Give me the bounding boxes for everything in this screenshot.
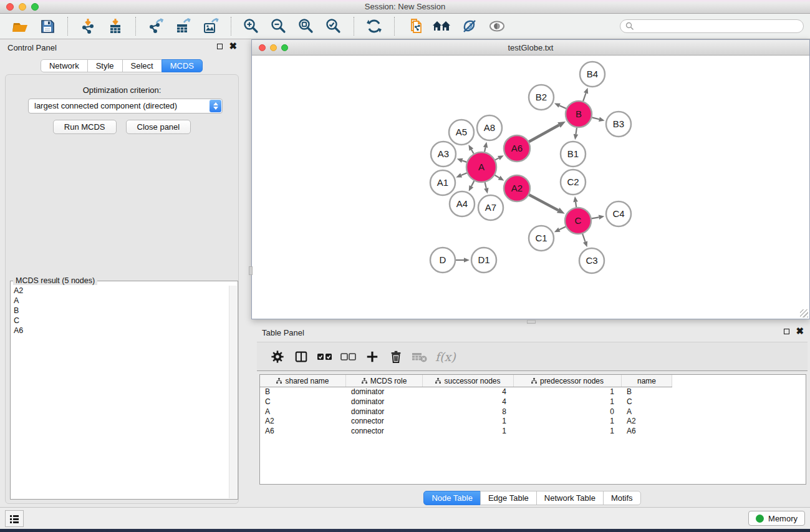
graph-edge-C-C1[interactable]	[559, 226, 566, 230]
graph-edge-A2-C[interactable]	[529, 195, 558, 210]
float-panel-icon[interactable]	[784, 329, 789, 334]
zoom-out-button[interactable]	[268, 16, 289, 37]
graph-node-C2[interactable]: C2	[561, 170, 586, 195]
zoom-window-button[interactable]	[31, 3, 39, 11]
export-image-button[interactable]	[200, 16, 221, 37]
mcds-result-item[interactable]: A6	[11, 326, 228, 336]
column-header-successor-nodes[interactable]: successor nodes	[423, 375, 514, 387]
mcds-result-item[interactable]: B	[11, 306, 228, 316]
graph-node-A2[interactable]: A2	[504, 175, 530, 201]
search-field[interactable]	[620, 19, 804, 33]
show-panels-button[interactable]	[5, 510, 24, 527]
graph-node-B3[interactable]: B3	[606, 112, 631, 137]
graph-node-A[interactable]: A	[466, 152, 496, 182]
tab-select[interactable]: Select	[122, 59, 162, 72]
table-row[interactable]: A6connector11A6	[260, 427, 672, 437]
zoom-selected-button[interactable]	[323, 16, 344, 37]
close-panel-icon[interactable]: ✖	[229, 42, 237, 50]
graph-edge-A-A3[interactable]	[462, 160, 466, 162]
column-header-shared-name[interactable]: shared name	[260, 375, 346, 387]
graph-node-A4[interactable]: A4	[450, 191, 475, 216]
show-all-columns-button[interactable]	[315, 347, 335, 367]
function-builder-button[interactable]: f(x)	[435, 350, 456, 364]
close-panel-icon[interactable]: ✖	[796, 327, 804, 335]
tab-network[interactable]: Network	[41, 59, 88, 72]
minimize-network-window-button[interactable]	[270, 44, 277, 51]
mcds-result-item[interactable]: A	[11, 296, 228, 306]
zoom-network-window-button[interactable]	[281, 44, 288, 51]
refresh-button[interactable]	[364, 16, 385, 37]
graph-node-D1[interactable]: D1	[471, 248, 496, 273]
graph-node-B2[interactable]: B2	[529, 85, 554, 110]
column-header-MCDS-role[interactable]: MCDS role	[346, 375, 423, 387]
table-row[interactable]: A2connector11A2	[260, 417, 672, 427]
zoom-in-button[interactable]	[241, 16, 262, 37]
graph-node-C[interactable]: C	[565, 208, 591, 234]
graph-node-A8[interactable]: A8	[477, 115, 502, 140]
table-row[interactable]: Bdominator41B	[260, 387, 672, 397]
hide-all-columns-button[interactable]	[339, 347, 359, 367]
mcds-list-scrollbar[interactable]	[229, 286, 237, 498]
resize-grip-icon[interactable]	[800, 309, 808, 317]
graph-edge-A-A7[interactable]	[485, 182, 486, 188]
criterion-select[interactable]: largest connected component (directed)	[28, 99, 223, 114]
tab-edge-table[interactable]: Edge Table	[480, 491, 537, 505]
graph-edge-A-A2[interactable]	[494, 175, 499, 178]
mcds-result-item[interactable]: A2	[11, 286, 228, 296]
graph-edge-A6-B[interactable]	[529, 125, 559, 142]
graph-edge-C-C2[interactable]	[576, 202, 576, 207]
close-panel-button[interactable]: Close panel	[126, 120, 191, 134]
tab-style[interactable]: Style	[87, 59, 123, 72]
graph-edge-A-A8[interactable]	[485, 147, 485, 152]
splitter-grip[interactable]	[249, 266, 253, 275]
tab-node-table[interactable]: Node Table	[423, 491, 481, 505]
delete-column-button[interactable]	[386, 347, 406, 367]
graph-edge-A-A6[interactable]	[495, 158, 499, 160]
table-settings-button[interactable]	[268, 347, 287, 367]
tab-motifs[interactable]: Motifs	[603, 491, 641, 505]
float-panel-icon[interactable]	[217, 44, 223, 49]
network-window-titlebar[interactable]: testGlobe.txt	[252, 40, 809, 56]
open-session-button[interactable]	[9, 16, 31, 37]
save-session-button[interactable]	[37, 16, 58, 37]
graph-edge-B-B3[interactable]	[592, 117, 599, 119]
graph-edge-B-B2[interactable]	[559, 105, 566, 109]
column-header-predecessor-nodes[interactable]: predecessor nodes	[514, 375, 622, 387]
splitter-grip[interactable]	[527, 320, 536, 324]
network-canvas[interactable]: AA1A2A3A4A5A6A7A8BB1B2B3B4CC1C2C3C4DD1	[252, 56, 809, 319]
search-input[interactable]	[634, 21, 803, 32]
graph-node-D[interactable]: D	[430, 248, 455, 273]
graph-edge-A-A5[interactable]	[471, 150, 474, 154]
graph-node-A3[interactable]: A3	[431, 142, 456, 167]
home-button[interactable]	[432, 16, 453, 37]
graph-edge-C-C3[interactable]	[582, 234, 585, 242]
create-column-button[interactable]	[362, 347, 382, 367]
split-panel-button[interactable]	[291, 347, 311, 367]
graph-node-A5[interactable]: A5	[449, 120, 474, 145]
export-table-button[interactable]	[173, 16, 194, 37]
import-network-button[interactable]	[77, 16, 99, 37]
tab-network-table[interactable]: Network Table	[536, 491, 604, 505]
graph-edge-B-B4[interactable]	[583, 93, 586, 101]
tab-mcds[interactable]: MCDS	[162, 59, 203, 72]
zoom-fit-button[interactable]	[296, 16, 317, 37]
close-network-window-button[interactable]	[259, 44, 266, 51]
graph-node-C1[interactable]: C1	[529, 226, 554, 251]
memory-button[interactable]: Memory	[748, 511, 805, 526]
import-table-button[interactable]	[105, 16, 126, 37]
graph-node-A7[interactable]: A7	[478, 195, 503, 220]
table-row[interactable]: Cdominator41C	[260, 397, 672, 407]
table-row[interactable]: Adominator80A	[260, 407, 672, 417]
run-mcds-button[interactable]: Run MCDS	[53, 120, 117, 134]
graph-node-B[interactable]: B	[566, 101, 592, 127]
graph-edge-C-C4[interactable]	[592, 217, 599, 218]
clone-network-button[interactable]	[404, 16, 425, 37]
graph-node-B1[interactable]: B1	[561, 142, 586, 167]
graph-node-B4[interactable]: B4	[580, 62, 605, 87]
graph-node-C3[interactable]: C3	[579, 248, 604, 273]
graph-edge-B-B1[interactable]	[576, 128, 576, 135]
close-window-button[interactable]	[6, 3, 14, 11]
graph-edge-A-A4[interactable]	[471, 181, 474, 186]
export-network-button[interactable]	[145, 16, 166, 37]
column-header-name[interactable]: name	[622, 375, 672, 387]
